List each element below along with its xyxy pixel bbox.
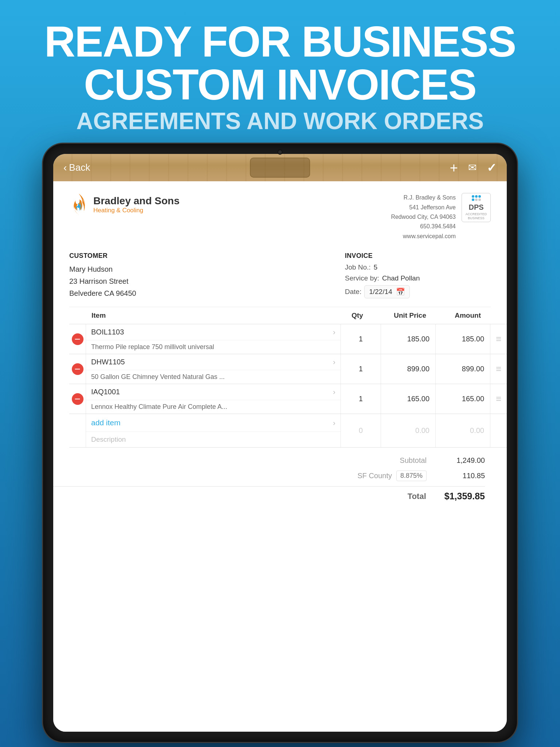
- customer-section: CUSTOMER Mary Hudson 23 Harrison Street …: [69, 252, 136, 299]
- back-chevron-icon: ‹: [63, 162, 67, 174]
- flame-icon: [69, 193, 88, 216]
- company-tagline: Heating & Cooling: [93, 207, 180, 214]
- back-button[interactable]: ‹ Back: [63, 162, 90, 174]
- camera: [277, 150, 283, 155]
- job-value: 5: [374, 263, 378, 271]
- invoice-section: INVOICE Job No.: 5 Service by: Chad Poll…: [345, 252, 491, 299]
- item-drag[interactable]: ≡: [490, 384, 507, 414]
- service-label: Service by:: [345, 274, 379, 282]
- nav-right-icons: + ✉ ✓: [450, 161, 497, 175]
- item-description: 50 Gallon GE Chimney Vented Natural Gas …: [86, 370, 341, 384]
- item-chevron-icon: ›: [333, 328, 335, 336]
- item-main: DHW1105 › 50 Gallon GE Chimney Vented Na…: [86, 354, 341, 384]
- total-row: Total $1,359.85: [53, 486, 485, 502]
- invoice-job-row: Job No.: 5: [345, 263, 491, 271]
- add-item-description[interactable]: Description: [86, 432, 341, 447]
- item-description: Lennox Healthy Climate Pure Air Complete…: [86, 400, 341, 414]
- company-name: Bradley and Sons: [93, 195, 180, 207]
- item-unit-price[interactable]: 185.00: [381, 324, 436, 354]
- items-table: Item Qty Unit Price Amount − BOIL: [53, 307, 507, 448]
- item-qty[interactable]: 1: [341, 384, 381, 414]
- tablet-screen: ‹ Back + ✉ ✓: [53, 154, 507, 732]
- invoice-service-row: Service by: Chad Pollan: [345, 274, 491, 282]
- item-main: IAQ1001 › Lennox Healthy Climate Pure Ai…: [86, 384, 341, 414]
- item-amount: 185.00: [436, 324, 490, 354]
- subtotal-row: Subtotal 1,249.00: [53, 453, 485, 468]
- item-unit-price[interactable]: 899.00: [381, 354, 436, 384]
- header-item: Item: [86, 311, 337, 320]
- hero-line2: CUSTOM INVOICES: [26, 63, 534, 106]
- table-row: − BOIL1103 › Thermo Pile replace 750 mil…: [69, 324, 507, 354]
- header-qty: Qty: [337, 311, 377, 320]
- delete-button[interactable]: −: [72, 393, 83, 405]
- item-code: IAQ1001: [91, 388, 120, 396]
- item-unit-price[interactable]: 165.00: [381, 384, 436, 414]
- item-drag[interactable]: ≡: [490, 354, 507, 384]
- delete-button[interactable]: −: [72, 363, 83, 375]
- add-item-price[interactable]: 0.00: [381, 414, 436, 447]
- tablet-device: ‹ Back + ✉ ✓: [43, 144, 517, 742]
- invoice-date-row: Date: 1/22/14 📅: [345, 285, 491, 298]
- delete-button[interactable]: −: [72, 333, 83, 345]
- add-item-link: add item: [91, 418, 121, 427]
- total-value: $1,359.85: [444, 491, 485, 502]
- item-code-row[interactable]: IAQ1001 ›: [86, 384, 341, 400]
- invoice-header: Bradley and Sons Heating & Cooling R.J. …: [53, 181, 507, 248]
- item-code-row[interactable]: DHW1105 ›: [86, 354, 341, 370]
- company-logo: Bradley and Sons Heating & Cooling: [69, 193, 180, 216]
- hero-line1: READY FOR BUSINESS: [26, 20, 534, 63]
- back-label: Back: [69, 162, 90, 173]
- nav-bar: ‹ Back + ✉ ✓: [53, 154, 507, 181]
- item-delete-col: −: [69, 384, 86, 414]
- header-unit-price: Unit Price: [377, 311, 432, 320]
- item-qty[interactable]: 1: [341, 354, 381, 384]
- item-amount: 165.00: [436, 384, 490, 414]
- hero-line3: AGREEMENTS AND WORK ORDERS: [26, 106, 534, 136]
- date-field[interactable]: 1/22/14 📅: [364, 285, 409, 298]
- item-drag[interactable]: ≡: [490, 324, 507, 354]
- item-delete-col: −: [69, 324, 86, 354]
- total-label: Total: [379, 492, 426, 501]
- company-right: R.J. Bradley & Sons 541 Jefferson Ave Re…: [391, 193, 491, 241]
- date-value: 1/22/14: [369, 288, 392, 296]
- subtotal-label: Subtotal: [379, 456, 427, 465]
- dps-sub: ACCREDITED BUSINESS: [464, 212, 488, 220]
- dps-text: DPS: [468, 203, 483, 212]
- item-chevron-icon: ›: [333, 388, 335, 396]
- customer-address2: Belvedere CA 96450: [69, 287, 136, 299]
- plus-icon[interactable]: +: [450, 161, 458, 175]
- invoice-label: INVOICE: [345, 252, 491, 260]
- tax-percent[interactable]: 8.875%: [396, 471, 427, 481]
- add-item-chevron-icon: ›: [333, 419, 335, 427]
- item-code: BOIL1103: [91, 328, 124, 336]
- item-chevron-icon: ›: [333, 358, 335, 366]
- item-qty[interactable]: 1: [341, 324, 381, 354]
- add-item-row: add item › Description 0 0.00 0.00: [69, 414, 507, 448]
- calendar-icon: 📅: [396, 287, 405, 296]
- tax-row: SF County 8.875% 110.85: [53, 468, 485, 484]
- item-amount: 899.00: [436, 354, 490, 384]
- table-row: − IAQ1001 › Lennox Healthy Climate Pure …: [69, 384, 507, 414]
- service-value: Chad Pollan: [382, 274, 420, 282]
- table-header: Item Qty Unit Price Amount: [69, 307, 507, 324]
- tablet-wrapper: ‹ Back + ✉ ✓: [0, 144, 560, 742]
- header-amount: Amount: [432, 311, 487, 320]
- dps-badge: DPS ACCREDITED BUSINESS: [462, 193, 491, 222]
- company-address: R.J. Bradley & Sons 541 Jefferson Ave Re…: [391, 193, 456, 241]
- add-item-amount: 0.00: [436, 414, 490, 447]
- add-item-main: add item › Description: [86, 414, 341, 447]
- invoice-scroll-area: Bradley and Sons Heating & Cooling R.J. …: [53, 181, 507, 732]
- item-main: BOIL1103 › Thermo Pile replace 750 milli…: [86, 324, 341, 354]
- add-item-qty[interactable]: 0: [341, 414, 381, 447]
- item-delete-col: −: [69, 354, 86, 384]
- table-row: − DHW1105 › 50 Gallon GE Chimney Vented …: [69, 354, 507, 384]
- add-item-link-row[interactable]: add item ›: [86, 414, 341, 432]
- email-icon[interactable]: ✉: [468, 162, 477, 174]
- totals-section: Subtotal 1,249.00 SF County 8.875% 110.8…: [53, 448, 507, 510]
- subtotal-value: 1,249.00: [445, 456, 485, 465]
- item-code-row[interactable]: BOIL1103 ›: [86, 324, 341, 340]
- tax-info: SF County 8.875%: [357, 471, 427, 481]
- customer-invoice-row: CUSTOMER Mary Hudson 23 Harrison Street …: [53, 248, 507, 307]
- tax-value: 110.85: [445, 472, 485, 480]
- check-icon[interactable]: ✓: [487, 161, 497, 175]
